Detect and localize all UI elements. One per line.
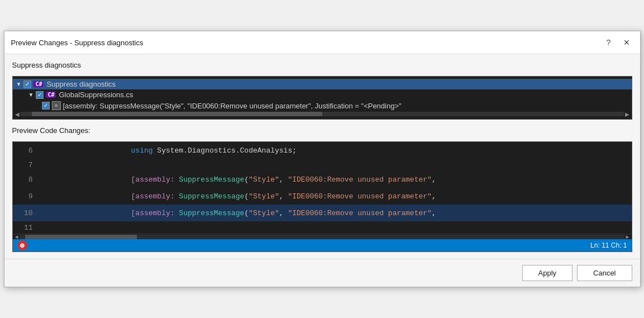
status-right: Ln: 11 Ch: 1 bbox=[590, 241, 627, 249]
line-number: 10 bbox=[13, 205, 40, 221]
line-number: 6 bbox=[13, 142, 40, 159]
code-line: 9 [assembly: SuppressMessage("Style", "I… bbox=[13, 188, 632, 205]
line-number: 8 bbox=[13, 171, 40, 188]
tree-checkbox[interactable]: ✓ bbox=[23, 80, 31, 88]
expand-arrow: ▼ bbox=[16, 81, 22, 87]
code-h-scrollbar[interactable] bbox=[20, 235, 625, 239]
lang-badge: C# bbox=[46, 92, 56, 98]
code-scroll-left[interactable]: ◀ bbox=[14, 234, 20, 240]
code-line: 11 bbox=[13, 221, 632, 234]
preview-changes-dialog: Preview Changes - Suppress diagnostics ?… bbox=[4, 31, 641, 287]
line-content bbox=[40, 221, 632, 234]
error-icon: ⊗ bbox=[17, 240, 27, 250]
line-content: [assembly: SuppressMessage("Style", "IDE… bbox=[40, 171, 632, 188]
expand-arrow: ▼ bbox=[28, 92, 34, 98]
tree-scrollbar-row: ◀ ▶ bbox=[13, 111, 632, 117]
tree-area: ▼ ✓ C# Suppress diagnostics ▼ ✓ C# Globa… bbox=[12, 76, 632, 120]
line-content bbox=[40, 159, 632, 171]
tree-checkbox[interactable]: ✓ bbox=[36, 91, 44, 99]
line-content: [assembly: SuppressMessage("Style", "IDE… bbox=[40, 188, 632, 205]
code-h-scrollbar-thumb bbox=[25, 235, 137, 239]
dialog-title: Preview Changes - Suppress diagnostics bbox=[11, 39, 144, 47]
suppress-section-label: Suppress diagnostics bbox=[12, 61, 632, 69]
line-number: 11 bbox=[13, 221, 40, 234]
code-area: 6 using System.Diagnostics.CodeAnalysis;… bbox=[12, 141, 632, 252]
close-button[interactable]: ✕ bbox=[620, 36, 633, 49]
line-content: using System.Diagnostics.CodeAnalysis; bbox=[40, 142, 632, 159]
code-file-icon: ≡ bbox=[52, 101, 61, 110]
line-number: 9 bbox=[13, 188, 40, 205]
code-line-highlighted: 10 [assembly: SuppressMessage("Style", "… bbox=[13, 205, 632, 221]
tree-checkbox[interactable]: ✓ bbox=[42, 102, 50, 110]
code-line: 8 [assembly: SuppressMessage("Style", "I… bbox=[13, 171, 632, 188]
h-scrollbar[interactable] bbox=[21, 112, 624, 116]
dialog-body: Suppress diagnostics ▼ ✓ C# Suppress dia… bbox=[4, 54, 640, 259]
h-scrollbar-thumb bbox=[32, 112, 322, 116]
dialog-footer: Apply Cancel bbox=[4, 259, 640, 287]
title-bar: Preview Changes - Suppress diagnostics ?… bbox=[4, 31, 640, 54]
apply-button[interactable]: Apply bbox=[522, 265, 573, 281]
tree-item-label: GlobalSuppressions.cs bbox=[59, 91, 133, 99]
code-lines: 6 using System.Diagnostics.CodeAnalysis;… bbox=[13, 142, 632, 234]
tree-item-label: Suppress diagnostics bbox=[46, 80, 116, 88]
cancel-button[interactable]: Cancel bbox=[577, 265, 632, 281]
status-left: ⊗ bbox=[17, 240, 27, 250]
code-scroll-right[interactable]: ▶ bbox=[624, 234, 630, 240]
tree-item-label: [assembly: SuppressMessage("Style", "IDE… bbox=[63, 102, 402, 110]
help-button[interactable]: ? bbox=[602, 36, 616, 49]
tree-row[interactable]: ▼ ✓ C# GlobalSuppressions.cs bbox=[13, 89, 632, 100]
scroll-left-arrow[interactable]: ◀ bbox=[14, 111, 21, 117]
code-scrollbar-row: ◀ ▶ bbox=[13, 234, 632, 239]
scroll-right-arrow[interactable]: ▶ bbox=[624, 111, 631, 117]
code-status-bar: ⊗ Ln: 11 Ch: 1 bbox=[13, 239, 632, 251]
code-line: 7 bbox=[13, 159, 632, 171]
title-bar-controls: ? ✕ bbox=[602, 36, 633, 49]
lang-badge: C# bbox=[34, 81, 44, 87]
code-section-label: Preview Code Changes: bbox=[12, 126, 632, 135]
line-col-indicator: Ln: 11 Ch: 1 bbox=[590, 241, 627, 249]
tree-row[interactable]: ✓ ≡ [assembly: SuppressMessage("Style", … bbox=[13, 100, 632, 111]
tree-row[interactable]: ▼ ✓ C# Suppress diagnostics bbox=[13, 79, 632, 89]
line-number: 7 bbox=[13, 159, 40, 171]
code-line: 6 using System.Diagnostics.CodeAnalysis; bbox=[13, 142, 632, 159]
line-content: [assembly: SuppressMessage("Style", "IDE… bbox=[40, 205, 632, 221]
